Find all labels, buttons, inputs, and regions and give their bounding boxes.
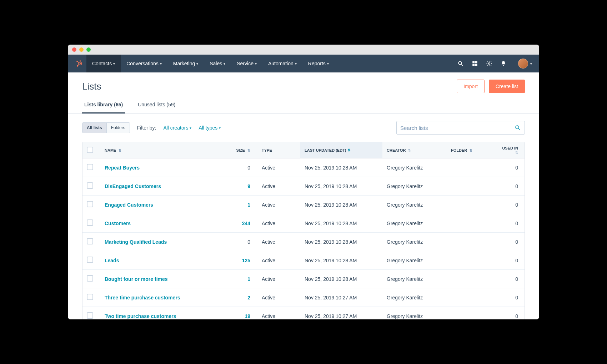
nav-conversations[interactable]: Conversations ▾ bbox=[121, 55, 167, 72]
create-list-button[interactable]: Create list bbox=[489, 80, 525, 93]
chevron-down-icon: ▾ bbox=[255, 62, 257, 66]
filter-label: All types bbox=[199, 125, 217, 131]
notifications-bell-icon[interactable] bbox=[496, 56, 511, 71]
svg-line-16 bbox=[518, 128, 520, 130]
list-size-link[interactable]: 244 bbox=[242, 221, 250, 226]
row-checkbox[interactable] bbox=[87, 312, 93, 319]
list-updated-value: Nov 25, 2019 10:28 AM bbox=[305, 165, 357, 171]
list-usedin-value: 0 bbox=[515, 202, 518, 208]
list-type-value: Active bbox=[262, 313, 275, 319]
list-size-link[interactable]: 2 bbox=[247, 295, 250, 300]
list-name-link[interactable]: Repeat Buyers bbox=[105, 165, 140, 171]
filter-label: All creators bbox=[163, 125, 188, 131]
list-name-link[interactable]: Two time purchase customers bbox=[105, 313, 176, 319]
row-updated-cell: Nov 25, 2019 10:28 AM bbox=[300, 165, 382, 171]
column-label: USED IN bbox=[502, 146, 518, 150]
column-last-updated[interactable]: LAST UPDATED (EDT) ⇅ bbox=[300, 142, 382, 158]
row-checkbox[interactable] bbox=[87, 219, 93, 226]
chevron-down-icon[interactable]: ▾ bbox=[530, 62, 532, 66]
nav-marketing[interactable]: Marketing ▾ bbox=[167, 55, 204, 72]
row-checkbox[interactable] bbox=[87, 294, 93, 300]
search-input[interactable] bbox=[400, 125, 515, 131]
row-checkbox[interactable] bbox=[87, 201, 93, 207]
chevron-down-icon: ▾ bbox=[224, 62, 225, 66]
list-name-link[interactable]: Leads bbox=[105, 258, 119, 263]
column-name[interactable]: NAME ⇅ bbox=[100, 148, 225, 152]
list-name-link[interactable]: Customers bbox=[105, 221, 131, 226]
hubspot-logo-icon[interactable] bbox=[75, 59, 84, 68]
table-row: Marketing Qualified Leads0ActiveNov 25, … bbox=[82, 233, 525, 251]
row-checkbox-cell bbox=[82, 238, 100, 246]
window-close-button[interactable] bbox=[72, 47, 76, 52]
column-creator[interactable]: CREATOR ⇅ bbox=[382, 148, 447, 152]
column-type[interactable]: TYPE bbox=[257, 148, 300, 152]
row-checkbox[interactable] bbox=[87, 182, 93, 189]
column-label: FOLDER bbox=[451, 148, 467, 152]
list-size-value: 0 bbox=[247, 239, 250, 245]
row-checkbox[interactable] bbox=[87, 238, 93, 244]
row-type-cell: Active bbox=[257, 165, 300, 171]
nav-label: Sales bbox=[210, 61, 222, 66]
list-size-link[interactable]: 9 bbox=[247, 183, 250, 189]
list-name-link[interactable]: DisEngaged Customers bbox=[105, 183, 161, 189]
list-updated-value: Nov 25, 2019 10:27 AM bbox=[305, 295, 357, 300]
nav-reports[interactable]: Reports ▾ bbox=[302, 55, 335, 72]
import-button[interactable]: Import bbox=[457, 80, 485, 93]
segment-all-lists[interactable]: All lists bbox=[82, 123, 106, 133]
row-usedin-cell: 0 bbox=[493, 165, 525, 171]
list-usedin-value: 0 bbox=[515, 276, 518, 282]
row-type-cell: Active bbox=[257, 239, 300, 245]
row-checkbox[interactable] bbox=[87, 275, 93, 282]
list-size-link[interactable]: 1 bbox=[247, 276, 250, 282]
row-checkbox[interactable] bbox=[87, 164, 93, 170]
nav-contacts[interactable]: Contacts ▾ bbox=[86, 55, 121, 72]
row-checkbox[interactable] bbox=[87, 257, 93, 263]
user-avatar[interactable] bbox=[518, 59, 528, 69]
list-name-link[interactable]: Three time purchase customers bbox=[105, 295, 180, 300]
row-creator-cell: Gregory Karelitz bbox=[382, 221, 447, 226]
marketplace-icon[interactable] bbox=[468, 56, 482, 71]
filter-by-label: Filter by: bbox=[137, 125, 156, 131]
row-name-cell: Marketing Qualified Leads bbox=[100, 239, 225, 245]
mac-titlebar bbox=[68, 45, 539, 55]
nav-automation[interactable]: Automation ▾ bbox=[262, 55, 302, 72]
tab-unused-lists[interactable]: Unused lists (59) bbox=[136, 97, 177, 113]
row-type-cell: Active bbox=[257, 183, 300, 189]
svg-point-7 bbox=[76, 61, 77, 62]
button-label: Import bbox=[463, 84, 478, 89]
table-row: Two time purchase customers19ActiveNov 2… bbox=[82, 307, 525, 319]
row-name-cell: Two time purchase customers bbox=[100, 313, 225, 319]
row-name-cell: Three time purchase customers bbox=[100, 295, 225, 300]
row-name-cell: Bought four or more times bbox=[100, 276, 225, 282]
search-icon[interactable] bbox=[515, 125, 521, 131]
window-zoom-button[interactable] bbox=[86, 47, 91, 52]
list-size-link[interactable]: 1 bbox=[247, 202, 250, 208]
list-size-link[interactable]: 19 bbox=[245, 313, 250, 319]
list-name-link[interactable]: Engaged Customers bbox=[105, 202, 153, 208]
row-size-cell: 125 bbox=[225, 258, 257, 263]
list-name-link[interactable]: Bought four or more times bbox=[105, 276, 168, 282]
nav-sales[interactable]: Sales ▾ bbox=[204, 55, 231, 72]
filter-types-dropdown[interactable]: All types ▾ bbox=[199, 125, 221, 131]
column-size[interactable]: SIZE ⇅ bbox=[225, 148, 257, 152]
list-size-link[interactable]: 125 bbox=[242, 258, 250, 263]
segment-folders[interactable]: Folders bbox=[106, 123, 130, 133]
select-all-checkbox[interactable] bbox=[87, 147, 93, 153]
list-type-value: Active bbox=[262, 165, 275, 171]
list-name-link[interactable]: Marketing Qualified Leads bbox=[105, 239, 167, 245]
row-creator-cell: Gregory Karelitz bbox=[382, 183, 447, 189]
tab-lists-library[interactable]: Lists library (65) bbox=[82, 97, 125, 113]
row-size-cell: 0 bbox=[225, 239, 257, 245]
settings-gear-icon[interactable] bbox=[482, 56, 496, 71]
column-used-in[interactable]: USED IN ⇅ bbox=[493, 146, 525, 155]
header-checkbox-cell bbox=[82, 147, 100, 154]
row-updated-cell: Nov 25, 2019 10:27 AM bbox=[300, 295, 382, 300]
nav-service[interactable]: Service ▾ bbox=[231, 55, 262, 72]
table-row: Repeat Buyers0ActiveNov 25, 2019 10:28 A… bbox=[82, 158, 525, 177]
column-folder[interactable]: FOLDER ⇅ bbox=[447, 148, 493, 152]
filter-creators-dropdown[interactable]: All creators ▾ bbox=[163, 125, 191, 131]
window-minimize-button[interactable] bbox=[79, 47, 84, 52]
top-nav: Contacts ▾ Conversations ▾ Marketing ▾ S… bbox=[68, 55, 539, 72]
search-icon[interactable] bbox=[453, 56, 468, 71]
row-size-cell: 1 bbox=[225, 202, 257, 208]
